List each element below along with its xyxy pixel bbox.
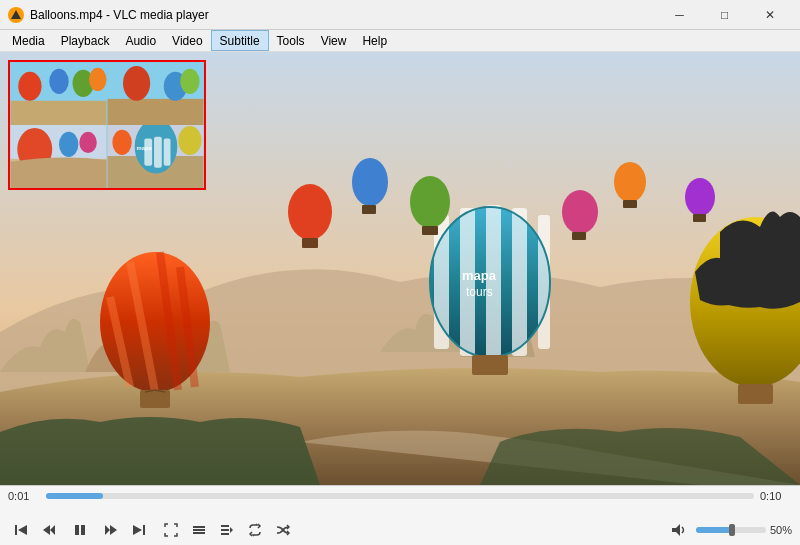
svg-marker-0 bbox=[11, 10, 21, 19]
svg-rect-41 bbox=[108, 99, 204, 125]
svg-point-22 bbox=[288, 184, 332, 240]
fullscreen-button[interactable] bbox=[158, 519, 184, 541]
titlebar-left: Balloons.mp4 - VLC media player bbox=[8, 7, 209, 23]
svg-rect-55 bbox=[164, 139, 171, 166]
svg-rect-35 bbox=[11, 101, 107, 125]
svg-rect-31 bbox=[623, 200, 637, 208]
prev-button[interactable] bbox=[36, 519, 62, 541]
menu-audio[interactable]: Audio bbox=[117, 30, 164, 51]
svg-point-48 bbox=[59, 132, 78, 157]
playlist-button[interactable] bbox=[214, 519, 240, 541]
total-time: 0:10 bbox=[760, 490, 792, 502]
svg-rect-11 bbox=[434, 215, 449, 349]
svg-marker-61 bbox=[43, 525, 50, 535]
menu-video[interactable]: Video bbox=[164, 30, 210, 51]
svg-rect-63 bbox=[75, 525, 79, 535]
progress-bar[interactable] bbox=[46, 493, 754, 499]
thumb-cell-4: mapa bbox=[107, 125, 204, 188]
svg-marker-62 bbox=[50, 525, 55, 535]
svg-point-58 bbox=[178, 126, 201, 155]
svg-rect-15 bbox=[538, 215, 550, 349]
maximize-button[interactable]: □ bbox=[702, 0, 747, 30]
svg-rect-53 bbox=[144, 139, 152, 166]
svg-point-26 bbox=[410, 176, 450, 228]
svg-point-30 bbox=[614, 162, 646, 202]
svg-rect-59 bbox=[15, 525, 17, 535]
thumb-cell-3 bbox=[10, 125, 107, 188]
svg-rect-23 bbox=[302, 238, 318, 248]
svg-marker-75 bbox=[230, 527, 233, 533]
svg-rect-33 bbox=[693, 214, 706, 222]
controls-bar: 0:01 0:10 bbox=[0, 485, 800, 545]
thumb-cell-1 bbox=[10, 62, 107, 125]
next-button[interactable] bbox=[98, 519, 124, 541]
menu-media[interactable]: Media bbox=[4, 30, 53, 51]
svg-point-36 bbox=[18, 72, 41, 101]
svg-text:tours: tours bbox=[466, 285, 493, 299]
svg-rect-73 bbox=[221, 529, 229, 531]
menubar: Media Playback Audio Video Subtitle Tool… bbox=[0, 30, 800, 52]
menu-help[interactable]: Help bbox=[354, 30, 395, 51]
svg-point-57 bbox=[112, 130, 131, 155]
svg-point-37 bbox=[49, 69, 68, 94]
skip-end-button[interactable] bbox=[126, 519, 152, 541]
svg-point-44 bbox=[180, 69, 199, 94]
menu-tools[interactable]: Tools bbox=[269, 30, 313, 51]
volume-icon[interactable] bbox=[666, 519, 692, 541]
svg-point-32 bbox=[685, 178, 715, 216]
skip-start-button[interactable] bbox=[8, 519, 34, 541]
svg-marker-60 bbox=[18, 525, 27, 535]
volume-row: 50% bbox=[666, 519, 792, 541]
window-title: Balloons.mp4 - VLC media player bbox=[30, 8, 209, 22]
thumbnail-overlay: mapa bbox=[8, 60, 206, 190]
progress-row: 0:01 0:10 bbox=[8, 490, 792, 502]
svg-rect-19 bbox=[472, 355, 508, 375]
svg-rect-29 bbox=[572, 232, 586, 240]
svg-marker-66 bbox=[110, 525, 117, 535]
svg-rect-69 bbox=[193, 526, 205, 528]
svg-text:mapa: mapa bbox=[137, 145, 153, 151]
menu-subtitle[interactable]: Subtitle bbox=[211, 30, 269, 51]
play-pause-button[interactable] bbox=[64, 519, 96, 541]
svg-rect-68 bbox=[143, 525, 145, 535]
svg-marker-65 bbox=[105, 525, 110, 535]
vlc-icon bbox=[8, 7, 24, 23]
current-time: 0:01 bbox=[8, 490, 40, 502]
svg-rect-64 bbox=[81, 525, 85, 535]
svg-point-28 bbox=[562, 190, 598, 234]
svg-rect-21 bbox=[738, 384, 773, 404]
svg-rect-71 bbox=[193, 532, 205, 534]
minimize-button[interactable]: ─ bbox=[657, 0, 702, 30]
titlebar-controls[interactable]: ─ □ ✕ bbox=[657, 0, 792, 30]
volume-label: 50% bbox=[770, 524, 792, 536]
playback-controls bbox=[8, 519, 296, 541]
svg-marker-67 bbox=[133, 525, 142, 535]
volume-slider[interactable] bbox=[696, 523, 766, 537]
svg-rect-14 bbox=[512, 208, 527, 356]
close-button[interactable]: ✕ bbox=[747, 0, 792, 30]
svg-text:mapa: mapa bbox=[462, 268, 497, 283]
svg-rect-70 bbox=[193, 529, 205, 531]
random-button[interactable] bbox=[270, 519, 296, 541]
svg-point-39 bbox=[89, 68, 106, 91]
svg-rect-7 bbox=[140, 390, 170, 408]
svg-point-49 bbox=[79, 132, 96, 153]
svg-rect-54 bbox=[154, 137, 162, 168]
buttons-row: 50% bbox=[8, 519, 792, 541]
svg-rect-27 bbox=[422, 226, 438, 235]
progress-fill bbox=[46, 493, 103, 499]
loop-button[interactable] bbox=[242, 519, 268, 541]
svg-rect-25 bbox=[362, 205, 376, 214]
video-area: mapa tours bbox=[0, 52, 800, 485]
extended-button[interactable] bbox=[186, 519, 212, 541]
menu-view[interactable]: View bbox=[313, 30, 355, 51]
titlebar: Balloons.mp4 - VLC media player ─ □ ✕ bbox=[0, 0, 800, 30]
svg-rect-72 bbox=[221, 525, 229, 527]
svg-point-42 bbox=[123, 66, 150, 101]
svg-marker-76 bbox=[672, 524, 680, 536]
svg-point-24 bbox=[352, 158, 388, 206]
menu-playback[interactable]: Playback bbox=[53, 30, 118, 51]
thumb-cell-2 bbox=[107, 62, 204, 125]
svg-rect-74 bbox=[221, 533, 229, 535]
